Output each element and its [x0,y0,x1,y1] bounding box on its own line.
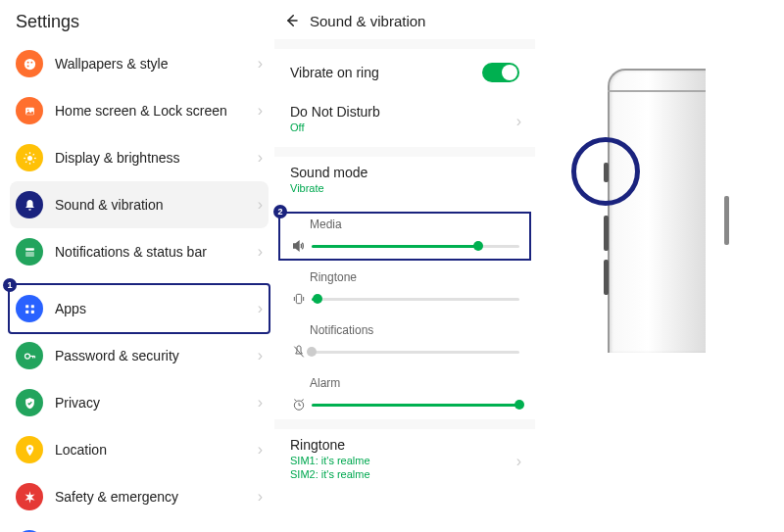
row-label: Ringtone [290,437,519,453]
slider-label: Notifications [310,323,519,337]
settings-item-battery[interactable]: Battery › [10,520,269,532]
alarm-clock-icon [290,396,308,413]
settings-title: Settings [10,8,269,40]
svg-point-5 [26,109,28,111]
alarm-slider[interactable] [312,404,519,407]
chevron-right-icon: › [258,196,263,214]
ringtone-volume-block: Ringtone [280,261,529,314]
panel-title: Sound & vibration [310,13,425,29]
settings-item-location[interactable]: Location › [10,426,269,473]
svg-line-37 [302,400,304,401]
chevron-right-icon: › [258,102,263,120]
svg-rect-18 [30,305,33,308]
emergency-icon [16,483,43,510]
settings-item-label: Apps [55,301,258,316]
row-value-sim1: SIM1: it's realme [290,455,519,466]
settings-item-label: Wallpapers & style [55,56,258,72]
svg-line-12 [32,161,33,162]
chevron-right-icon: › [258,55,263,73]
palette-icon [16,50,43,77]
phone-illustration [529,0,784,532]
location-pin-icon [16,436,43,463]
sound-mode-row[interactable]: Sound mode Vibrate [280,157,529,208]
svg-line-32 [294,347,303,358]
row-value: Off [290,121,519,133]
row-label: Vibrate on ring [290,65,482,80]
chevron-right-icon: › [258,488,263,506]
chevron-right-icon: › [258,347,263,364]
chevron-right-icon: › [258,394,263,411]
settings-item-homescreen[interactable]: Home screen & Lock screen › [10,87,269,134]
settings-item-label: Location [55,442,258,458]
bell-icon [16,191,43,218]
svg-line-11 [25,154,26,155]
svg-rect-16 [25,251,34,256]
settings-item-label: Sound & vibration [55,197,258,213]
highlight-circle [571,137,640,206]
ringtone-row[interactable]: Ringtone SIM1: it's realme SIM2: it's re… [280,429,529,494]
ringtone-slider[interactable] [312,298,519,301]
settings-item-label: Password & security [55,348,258,363]
svg-rect-15 [25,248,34,251]
media-slider[interactable] [312,245,519,248]
key-icon [16,342,43,369]
chevron-right-icon: › [516,453,521,470]
settings-item-notifications[interactable]: Notifications & status bar › [10,228,269,275]
back-arrow-icon[interactable] [282,12,300,29]
sound-vibration-panel: Sound & vibration Vibrate on ring Do Not… [274,0,529,532]
row-value: Vibrate [290,182,519,194]
settings-item-privacy[interactable]: Privacy › [10,379,269,426]
slider-label: Media [310,218,519,231]
settings-item-apps[interactable]: Apps › [10,285,269,332]
slider-label: Ringtone [310,270,519,284]
row-value-sim2: SIM2: it's realme [290,468,519,480]
bell-off-icon [290,343,308,361]
svg-rect-19 [25,310,28,313]
shield-icon [16,389,43,416]
row-label: Sound mode [290,165,519,180]
settings-item-safety[interactable]: Safety & emergency › [10,473,269,520]
notification-bar-icon [16,238,43,266]
chevron-right-icon: › [516,113,521,130]
svg-line-13 [25,161,26,162]
svg-rect-29 [296,294,301,303]
chevron-right-icon: › [258,300,263,317]
image-icon [16,97,43,124]
svg-point-21 [24,354,29,359]
settings-item-label: Display & brightness [55,150,258,166]
volume-down-button-icon [604,260,609,295]
row-label: Do Not Disturb [290,104,519,120]
dnd-row[interactable]: Do Not Disturb Off › [280,96,529,147]
vibrate-on-ring-row[interactable]: Vibrate on ring [280,49,529,96]
slider-label: Alarm [310,376,519,390]
vibrate-icon [290,290,308,308]
settings-item-label: Privacy [55,395,258,411]
chevron-right-icon: › [258,441,263,459]
speaker-icon [290,237,308,255]
media-volume-block: Media [280,208,529,261]
phone-body [608,69,706,353]
svg-point-1 [26,61,28,63]
settings-item-label: Safety & emergency [55,489,258,505]
chevron-right-icon: › [258,149,263,167]
notifications-slider[interactable] [312,351,519,354]
alarm-volume-block: Alarm [280,366,529,419]
svg-point-0 [24,58,34,69]
apps-grid-icon [16,295,43,322]
svg-point-2 [30,61,32,63]
svg-line-36 [294,400,296,401]
settings-item-label: Home screen & Lock screen [55,103,258,119]
settings-item-password[interactable]: Password & security › [10,332,269,379]
volume-up-button-icon [604,216,609,251]
settings-item-display[interactable]: Display & brightness › [10,134,269,181]
svg-rect-17 [25,305,28,308]
svg-line-14 [32,154,33,155]
settings-panel: Settings Wallpapers & style › Home scree… [0,0,274,532]
settings-item-wallpapers[interactable]: Wallpapers & style › [10,40,269,87]
svg-point-6 [27,156,32,161]
vibrate-toggle[interactable] [482,63,519,82]
sun-icon [16,144,43,171]
settings-item-label: Notifications & status bar [55,244,258,260]
notifications-volume-block: Notifications [280,314,529,366]
settings-item-sound[interactable]: Sound & vibration › [10,181,269,228]
